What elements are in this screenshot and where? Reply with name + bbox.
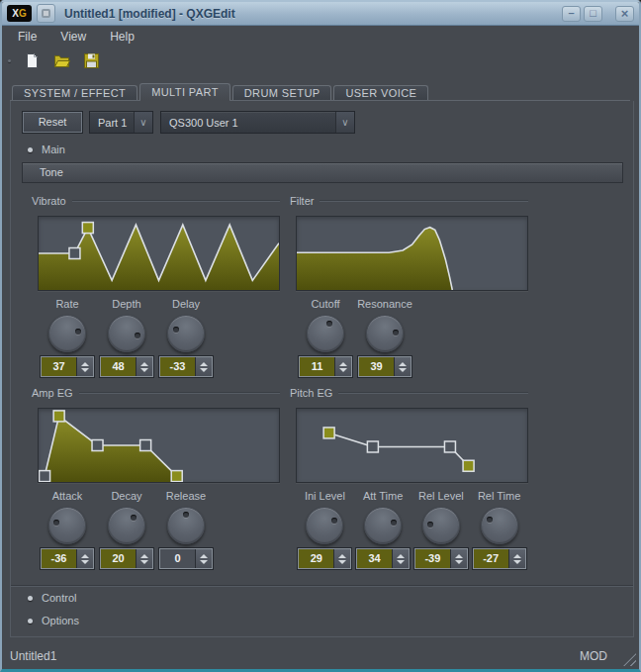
spin-arrows-icon[interactable] [450, 549, 467, 568]
rel-time-spinbox[interactable]: -27 [473, 548, 526, 569]
knob-indicator [393, 330, 399, 336]
open-file-icon[interactable] [53, 52, 70, 69]
rel-level-spinbox[interactable]: -39 [414, 548, 468, 569]
bullet-icon [28, 147, 33, 152]
tabbar: SYSTEM / EFFECT MULTI PART DRUM SETUP US… [10, 83, 630, 101]
save-file-icon[interactable] [83, 52, 100, 69]
cutoff-spinbox[interactable]: 11 [299, 356, 352, 377]
new-file-icon[interactable] [24, 52, 41, 69]
amp-eg-title: Amp EG [32, 387, 73, 399]
minimize-button[interactable]: – [562, 6, 581, 22]
ini-level-knob[interactable] [306, 507, 343, 544]
att-time-knob[interactable] [364, 507, 402, 544]
menu-view[interactable]: View [48, 27, 98, 48]
rate-label: Rate [55, 298, 78, 312]
tab-multi-part[interactable]: MULTI PART [139, 83, 230, 100]
tab-system-effect[interactable]: SYSTEM / EFFECT [12, 85, 137, 100]
menu-help[interactable]: Help [98, 27, 146, 48]
section-options-label: Options [42, 615, 79, 626]
spin-arrows-icon[interactable] [195, 357, 212, 376]
delay-knob[interactable] [167, 315, 205, 352]
decay-label: Decay [111, 490, 141, 504]
depth-spinbox[interactable]: 48 [100, 356, 153, 377]
vibrato-chart[interactable] [38, 216, 280, 291]
attack-knob[interactable] [48, 507, 86, 544]
rate-knob[interactable] [48, 315, 86, 352]
spin-arrows-icon[interactable] [392, 549, 409, 568]
maximize-button[interactable]: □ [584, 6, 602, 22]
ini-level-label: Ini Level [305, 490, 345, 504]
section-control-label: Control [42, 592, 76, 604]
amp-eg-group: Amp EG Attack -36 Decay 20 [32, 386, 280, 569]
spin-arrows-icon[interactable] [508, 549, 525, 568]
pitch-eg-chart[interactable] [296, 408, 528, 483]
window-title: Untitled1 [modified] - QXGEdit [60, 7, 557, 21]
depth-label: Depth [112, 298, 140, 312]
rel-level-label: Rel Level [418, 490, 464, 504]
spin-arrows-icon[interactable] [76, 357, 93, 376]
att-time-spinbox[interactable]: 34 [356, 548, 410, 569]
rel-time-knob[interactable] [481, 507, 518, 544]
voice-select[interactable]: QS300 User 1 ∨ [160, 111, 355, 134]
knob-indicator [75, 329, 81, 335]
qxgedit-window: XG Untitled1 [modified] - QXGEdit – □ × … [0, 0, 641, 672]
tab-drum-setup[interactable]: DRUM SETUP [232, 85, 332, 100]
bullet-icon [28, 596, 33, 601]
knob-indicator [487, 517, 493, 523]
depth-knob[interactable] [108, 315, 145, 352]
toolbar-grip-handle[interactable] [8, 59, 11, 62]
tab-user-voice[interactable]: USER VOICE [333, 85, 428, 100]
voice-select-value: QS300 User 1 [169, 117, 238, 129]
rel-level-knob[interactable] [422, 507, 460, 544]
resonance-knob[interactable] [366, 315, 404, 352]
knob-indicator [173, 327, 179, 333]
filter-chart[interactable] [296, 216, 528, 291]
section-toggle-control[interactable]: Control [28, 592, 76, 604]
section-toggle-options[interactable]: Options [28, 615, 79, 626]
chevron-down-icon[interactable]: ∨ [134, 112, 152, 133]
section-toggle-main[interactable]: Main [28, 144, 65, 155]
delay-spinbox[interactable]: -33 [159, 356, 213, 377]
part-select[interactable]: Part 1 ∨ [89, 111, 153, 134]
section-main-label: Main [42, 144, 65, 155]
filter-title: Filter [290, 195, 314, 207]
menubar: File View Help [2, 27, 639, 48]
spin-arrows-icon[interactable] [334, 357, 351, 376]
release-knob[interactable] [167, 507, 205, 544]
spin-arrows-icon[interactable] [394, 357, 411, 376]
spin-arrows-icon[interactable] [195, 549, 212, 568]
rel-time-label: Rel Time [478, 490, 520, 504]
rate-spinbox[interactable]: 37 [41, 356, 94, 377]
amp-eg-chart[interactable] [38, 408, 280, 483]
release-spinbox[interactable]: 0 [159, 548, 213, 569]
statusbar: Untitled1 MOD [2, 642, 639, 669]
window-menu-icon[interactable] [37, 4, 55, 23]
close-button[interactable]: × [615, 6, 634, 22]
resonance-spinbox[interactable]: 39 [358, 356, 412, 377]
chevron-down-icon[interactable]: ∨ [335, 112, 354, 133]
tone-section-header: Tone [22, 162, 623, 183]
attack-spinbox[interactable]: -36 [41, 548, 94, 569]
ini-level-spinbox[interactable]: 29 [298, 548, 351, 569]
cutoff-knob[interactable] [307, 315, 344, 352]
knob-indicator [427, 522, 433, 528]
part-select-value: Part 1 [98, 117, 127, 129]
vibrato-title: Vibrato [32, 195, 66, 207]
xg-logo: XG [7, 5, 32, 22]
knob-indicator [53, 520, 59, 526]
spin-arrows-icon[interactable] [136, 357, 152, 376]
decay-knob[interactable] [108, 507, 145, 544]
resonance-label: Resonance [357, 298, 412, 312]
spin-arrows-icon[interactable] [136, 549, 152, 568]
status-mod-badge: MOD [580, 649, 607, 663]
titlebar[interactable]: XG Untitled1 [modified] - QXGEdit – □ × [2, 2, 639, 26]
release-label: Release [166, 490, 206, 504]
knob-indicator [331, 518, 337, 524]
divider [79, 392, 280, 394]
decay-spinbox[interactable]: 20 [100, 548, 153, 569]
menu-file[interactable]: File [6, 27, 48, 48]
divider [320, 200, 528, 202]
spin-arrows-icon[interactable] [76, 549, 93, 568]
spin-arrows-icon[interactable] [333, 549, 350, 568]
reset-button[interactable]: Reset [22, 111, 83, 134]
